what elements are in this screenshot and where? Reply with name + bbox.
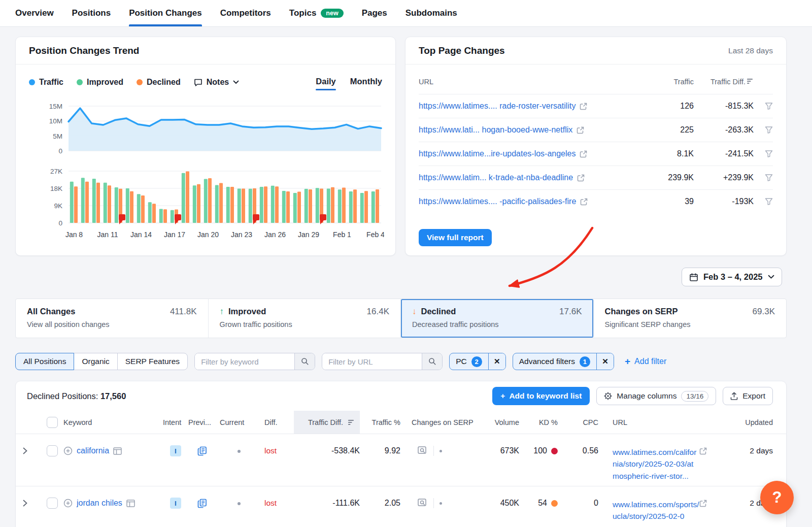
legend-dot [137, 79, 143, 85]
help-button[interactable]: ? [760, 481, 794, 514]
column-header-traffic[interactable]: Traffic [650, 78, 694, 86]
notes-bubble-icon [194, 78, 202, 87]
nav-tab-positions[interactable]: Positions [72, 0, 111, 26]
column-header-url[interactable]: URL [419, 78, 650, 86]
position-tab-all-positions[interactable]: All Positions [15, 353, 74, 370]
expand-row-button[interactable] [23, 500, 27, 509]
page-url-link[interactable]: https://www.lati... hogan-booed-wwe-netf… [419, 125, 650, 135]
column-header-kd[interactable]: KD % [519, 411, 558, 434]
column-header-serp[interactable]: Changes on SERP [400, 411, 475, 434]
metric-card-changes-on-serp[interactable]: Changes on SERP69.3KSignificant SERP cha… [594, 299, 787, 338]
plus-icon: + [500, 391, 505, 401]
previous-position-icon[interactable] [197, 499, 207, 508]
notes-dropdown[interactable]: Notes [194, 78, 239, 87]
legend-item-traffic[interactable]: Traffic [29, 78, 63, 87]
column-header-prev[interactable]: Previ... [188, 411, 220, 434]
url-filter-input[interactable] [322, 353, 422, 370]
remove-filter-button[interactable]: ✕ [488, 353, 505, 370]
manage-columns-button[interactable]: Manage columns 13/16 [596, 387, 716, 405]
filter-chip-button[interactable]: Advanced filters1 [513, 353, 596, 370]
column-header-kw[interactable]: Keyword [63, 411, 163, 434]
row-checkbox[interactable] [47, 498, 58, 509]
export-button[interactable]: Export [723, 387, 773, 405]
expand-row-button[interactable] [23, 447, 27, 456]
url-search-button[interactable] [422, 353, 442, 370]
result-url-link[interactable]: www.latimes.com/sports/ucla/story/2025-0… [613, 499, 700, 522]
top-page-row: https://www.lati... hogan-booed-wwe-netf… [419, 118, 773, 142]
legend-item-improved[interactable]: Improved [77, 78, 123, 87]
add-keyword-icon[interactable] [63, 446, 73, 455]
nav-tab-pages[interactable]: Pages [362, 0, 387, 26]
metric-card-declined[interactable]: ↓Declined17.6KDecreased traffic position… [401, 299, 594, 338]
filter-chip-button[interactable]: PC2 [450, 353, 488, 370]
current-position-dot [238, 502, 241, 505]
result-url-link[interactable]: www.latimes.com/california/story/2025-02… [613, 446, 700, 482]
select-all-checkbox[interactable] [47, 417, 58, 428]
top-page-row: https://www.latim... k-trade-at-nba-dead… [419, 166, 773, 189]
page-traffic-value: 239.9K [650, 173, 694, 182]
position-tab-serp-features[interactable]: SERP Features [117, 353, 188, 370]
nav-tab-overview[interactable]: Overview [15, 0, 54, 26]
metric-card-all-changes[interactable]: All Changes411.8KView all position chang… [16, 299, 209, 338]
table-body: california I lost -538.4K 9.92 673K 100 … [16, 434, 786, 527]
column-header-int[interactable]: Intent [163, 411, 188, 434]
column-header-upd[interactable]: Updated [725, 411, 773, 434]
page-traffic-diff-value: -241.5K [694, 149, 754, 158]
page-url-link[interactable]: https://www.latim... k-trade-at-nba-dead… [419, 173, 650, 182]
metric-card-improved[interactable]: ↑Improved16.4KGrown traffic positions [209, 299, 401, 338]
period-tab-monthly[interactable]: Monthly [350, 75, 382, 90]
column-header-diff[interactable]: Diff. [258, 411, 294, 434]
columns-count-badge: 13/16 [681, 391, 708, 402]
legend-item-declined[interactable]: Declined [137, 78, 181, 87]
nav-tab-subdomains[interactable]: Subdomains [405, 0, 457, 26]
page-url-link[interactable]: https://www.latimes.... rade-roster-vers… [419, 102, 650, 111]
nav-tab-topics[interactable]: Topicsnew [289, 0, 344, 26]
page-url-link[interactable]: https://www.latime...ire-updates-los-ang… [419, 149, 650, 158]
page-traffic-value: 8.1K [650, 149, 694, 158]
keyword-search-button[interactable] [294, 353, 315, 370]
column-header-traffic-diff[interactable]: Traffic Diff. [694, 78, 754, 86]
svg-text:Jan 17: Jan 17 [164, 230, 185, 239]
filter-funnel-icon[interactable] [754, 150, 773, 158]
add-filter-button[interactable]: + Add filter [625, 356, 666, 367]
date-range-picker[interactable]: Feb 3 – 4, 2025 [682, 268, 782, 286]
serp-preview-icon[interactable] [418, 446, 428, 455]
column-header-cpc[interactable]: CPC [558, 411, 598, 434]
external-link-icon [580, 198, 588, 206]
nav-tab-competitors[interactable]: Competitors [220, 0, 271, 26]
filter-funnel-icon[interactable] [754, 197, 773, 206]
arrow-up-icon: ↑ [220, 307, 224, 317]
external-link-icon[interactable] [699, 447, 707, 457]
column-header-url[interactable]: URL [598, 411, 725, 434]
column-header-cur[interactable]: Current [220, 411, 258, 434]
keyword-link[interactable]: jordan chiles [77, 499, 122, 508]
view-full-report-button[interactable]: View full report [419, 229, 492, 246]
column-header-tpct[interactable]: Traffic % [360, 411, 400, 434]
nav-tab-position-changes[interactable]: Position Changes [129, 0, 202, 26]
keyword-link[interactable]: california [77, 446, 109, 455]
period-tab-daily[interactable]: Daily [316, 75, 335, 90]
add-keyword-icon[interactable] [63, 499, 73, 508]
page-url-link[interactable]: https://www.latimes.... -pacific-palisad… [419, 197, 650, 206]
filter-funnel-icon[interactable] [754, 126, 773, 134]
note-flag-icon [175, 214, 181, 220]
add-to-keyword-list-button[interactable]: + Add to keyword list [492, 387, 590, 405]
keyword-filter-input[interactable] [195, 353, 294, 370]
filter-funnel-icon[interactable] [754, 174, 773, 182]
kd-dot [551, 500, 558, 507]
external-link-icon[interactable] [699, 500, 707, 509]
filter-count-badge: 1 [580, 356, 590, 367]
divider [433, 446, 434, 456]
previous-position-icon[interactable] [197, 446, 207, 456]
serp-preview-icon[interactable] [418, 499, 428, 508]
svg-text:Jan 14: Jan 14 [130, 230, 152, 239]
intent-badge: I [170, 498, 181, 509]
column-header-vol[interactable]: Volume [475, 411, 519, 434]
column-header-tdiff[interactable]: Traffic Diff. [294, 411, 360, 434]
remove-filter-button[interactable]: ✕ [596, 353, 614, 370]
page-traffic-diff-value: -815.3K [694, 102, 754, 111]
position-tab-organic[interactable]: Organic [74, 353, 117, 370]
volume-value: 450K [475, 486, 519, 508]
filter-funnel-icon[interactable] [754, 102, 773, 110]
row-checkbox[interactable] [47, 445, 58, 456]
